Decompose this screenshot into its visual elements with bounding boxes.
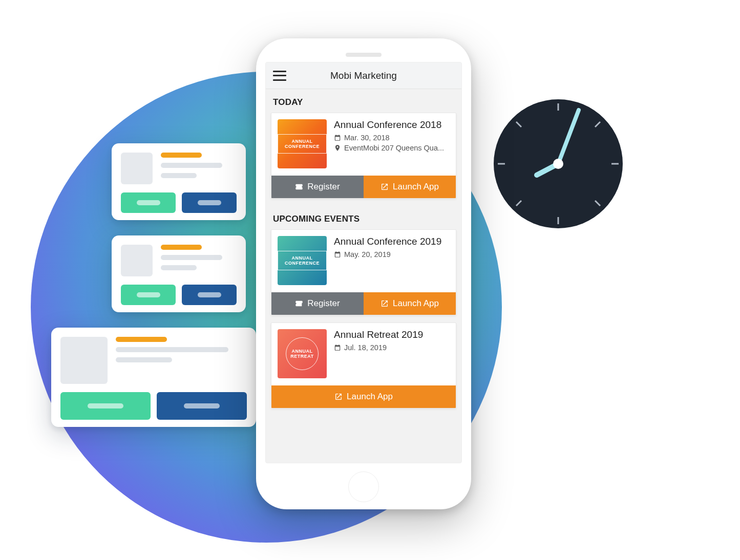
launch-app-button[interactable]: Launch App — [271, 385, 456, 408]
clock-icon — [492, 97, 625, 230]
decorative-card — [112, 143, 246, 220]
thumbnail-label: ANNUAL CONFERENCE — [278, 134, 327, 154]
event-card-today: ANNUAL CONFERENCE Annual Conference 2018… — [271, 113, 456, 199]
external-link-icon — [334, 393, 343, 401]
app-title: Mobi Marketing — [273, 70, 454, 81]
phone-speaker — [346, 53, 382, 57]
register-button[interactable]: Register — [271, 292, 364, 315]
thumbnail-label: ANNUAL RETREAT — [286, 337, 319, 370]
app-topbar: Mobi Marketing — [266, 62, 461, 89]
event-date: May. 20, 2019 — [334, 250, 450, 259]
event-date: Jul. 18, 2019 — [334, 343, 450, 352]
svg-point-11 — [553, 159, 563, 169]
section-upcoming-label: UPCOMING EVENTS — [266, 206, 461, 227]
event-title: Annual Conference 2019 — [334, 236, 450, 247]
event-thumbnail: ANNUAL CONFERENCE — [278, 119, 327, 168]
event-title: Annual Retreat 2019 — [334, 329, 450, 340]
external-link-icon — [380, 299, 389, 308]
launch-app-button[interactable]: Launch App — [364, 176, 456, 198]
event-card-upcoming: ANNUAL RETREAT Annual Retreat 2019 Jul. … — [271, 322, 456, 408]
ticket-icon — [295, 183, 303, 191]
app-screen: Mobi Marketing TODAY ANNUAL CONFERENCE A… — [265, 62, 462, 463]
section-today-label: TODAY — [266, 89, 461, 111]
event-thumbnail: ANNUAL RETREAT — [278, 329, 327, 378]
event-thumbnail: ANNUAL CONFERENCE — [278, 236, 327, 285]
decorative-card — [112, 235, 246, 312]
ticket-icon — [295, 299, 303, 308]
event-date: Mar. 30, 2018 — [334, 134, 450, 142]
launch-app-button[interactable]: Launch App — [364, 292, 456, 315]
external-link-icon — [380, 183, 389, 191]
event-location: EventMobi 207 Queens Qua... — [334, 144, 450, 152]
decorative-card-large — [51, 328, 256, 427]
calendar-icon — [334, 344, 341, 351]
phone-frame: Mobi Marketing TODAY ANNUAL CONFERENCE A… — [256, 38, 471, 509]
calendar-icon — [334, 134, 341, 141]
register-button[interactable]: Register — [271, 176, 364, 198]
thumbnail-label: ANNUAL CONFERENCE — [278, 251, 327, 270]
event-card-upcoming: ANNUAL CONFERENCE Annual Conference 2019… — [271, 229, 456, 315]
location-pin-icon — [334, 144, 341, 152]
phone-home-button — [348, 471, 379, 502]
event-title: Annual Conference 2018 — [334, 119, 450, 131]
calendar-icon — [334, 251, 341, 258]
